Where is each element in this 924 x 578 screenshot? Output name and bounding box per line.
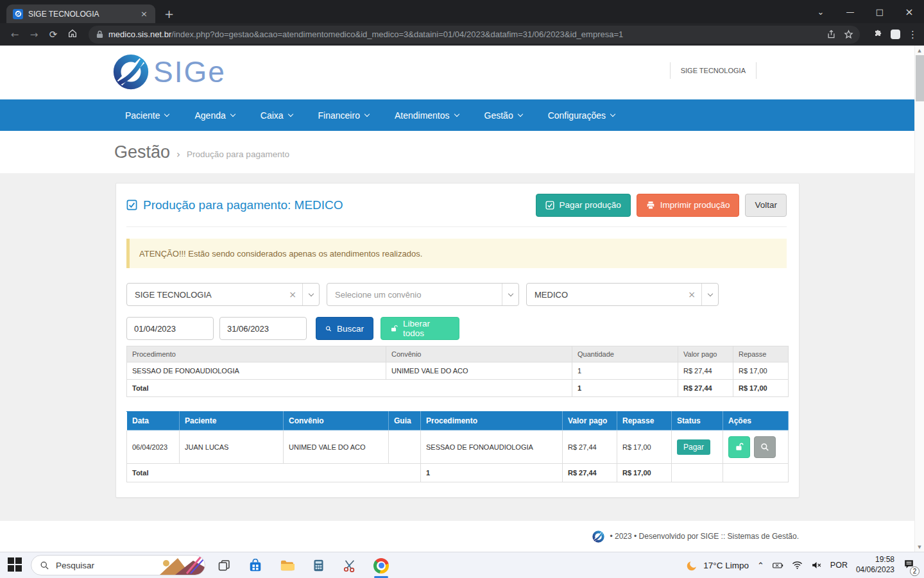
volume-muted-icon[interactable] [811, 561, 822, 570]
url-path: /index.php?do=gestao&acao=atendimentomed… [171, 30, 623, 39]
clear-icon[interactable]: × [283, 289, 302, 300]
tab-close-icon[interactable]: × [138, 9, 150, 19]
view-action-button[interactable] [754, 436, 776, 458]
calculator-icon[interactable] [310, 557, 327, 574]
col-status: Status [672, 412, 723, 430]
start-button[interactable] [8, 557, 23, 573]
close-window-button[interactable]: × [894, 0, 924, 23]
back-icon[interactable]: ← [6, 29, 23, 40]
clear-icon[interactable]: × [682, 289, 701, 300]
company-name: SIGE TECNOLOGIA [670, 62, 757, 79]
browser-menu-icon[interactable]: ⋮ [908, 29, 918, 40]
home-icon[interactable] [64, 28, 81, 40]
date-start-input[interactable] [126, 317, 214, 340]
clock[interactable]: 19:58 04/06/2023 [856, 555, 894, 575]
scroll-up-icon[interactable]: ▲ [915, 46, 924, 55]
production-panel: Produção para pagamento: MEDICO Pagar pr… [116, 183, 800, 498]
bookmark-star-icon[interactable] [844, 30, 853, 39]
date-end-input[interactable] [219, 317, 307, 340]
liberar-todos-button[interactable]: Liberar todos [381, 317, 459, 340]
taskbar-search[interactable]: Pesquisar [31, 555, 205, 575]
search-highlight-image[interactable] [153, 556, 205, 575]
file-explorer-icon[interactable] [278, 557, 295, 574]
hidden-icons-caret[interactable]: ⌃ [757, 561, 764, 570]
nav-item-configuracoes[interactable]: Configurações [548, 110, 615, 121]
main-area: Produção para pagamento: MEDICO Pagar pr… [0, 173, 914, 521]
detail-table: Data Paciente Convênio Guia Procedimento… [126, 411, 789, 482]
nav-item-gestao[interactable]: Gestão [484, 110, 522, 121]
sige-logo[interactable]: SIGe [111, 52, 226, 92]
scrollbar-thumb[interactable] [916, 55, 924, 101]
scrollbar[interactable]: ▲ ▼ [914, 46, 924, 552]
col-repasse: Repasse [617, 412, 672, 430]
active-app-indicator [374, 576, 388, 578]
scroll-down-icon[interactable]: ▼ [915, 542, 924, 552]
nav-item-paciente[interactable]: Paciente [125, 110, 169, 121]
chevron-down-icon [230, 112, 235, 117]
notification-count-badge: 2 [910, 566, 920, 576]
taskbar: Pesquisar [0, 552, 924, 578]
company-select[interactable]: SIGE TECNOLOGIA × [126, 283, 320, 306]
row-actions [728, 436, 783, 458]
reload-icon[interactable]: ⟳ [45, 29, 62, 40]
forward-icon[interactable]: → [26, 29, 42, 40]
screen: SIGE TECNOLOGIA × + ⌄ — □ × ← → ⟳ medico… [0, 0, 924, 578]
warning-alert: ATENÇÃO!!! Estão sendo considerados apen… [126, 239, 787, 268]
wifi-icon[interactable] [792, 561, 803, 570]
professional-select[interactable]: MEDICO × [526, 283, 719, 306]
browser-tabstrip: SIGE TECNOLOGIA × + ⌄ — □ × [0, 0, 924, 23]
pagar-producao-button[interactable]: Pagar produção [536, 194, 631, 217]
browser-tab[interactable]: SIGE TECNOLOGIA × [6, 4, 155, 23]
maximize-button[interactable]: □ [865, 0, 894, 23]
snipping-tool-icon[interactable] [341, 557, 358, 574]
url-text: medico.sis.net.br/index.php?do=gestao&ac… [108, 30, 819, 39]
url-bar[interactable]: medico.sis.net.br/index.php?do=gestao&ac… [89, 26, 860, 44]
chevron-down-icon [502, 284, 518, 305]
pagar-status-badge[interactable]: Pagar [677, 439, 710, 455]
nav-item-agenda[interactable]: Agenda [194, 110, 234, 121]
unlock-action-button[interactable] [728, 436, 750, 458]
chrome-icon[interactable] [373, 557, 389, 574]
weather-widget[interactable]: 17°C Limpo [686, 559, 749, 572]
col-guia: Guia [389, 412, 421, 430]
search-icon [325, 325, 332, 333]
col-valor-pago: Valor pago [563, 412, 617, 430]
page-footer: • 2023 • Desenvolvido por SIGE :: Sistem… [0, 521, 914, 552]
table-row: 06/04/2023 JUAN LUCAS UNIMED VALE DO ACO… [127, 430, 789, 464]
summary-row: SESSAO DE FONOAUDIOLOGIA UNIMED VALE DO … [127, 362, 789, 380]
window-controls: ⌄ — □ × [806, 0, 924, 23]
extensions-puzzle-icon[interactable] [873, 30, 883, 40]
footer-text: • 2023 • Desenvolvido por SIGE :: Sistem… [610, 532, 799, 541]
buscar-button[interactable]: Buscar [316, 317, 373, 340]
profile-avatar[interactable] [891, 30, 900, 39]
sige-logo-mark [111, 52, 151, 92]
share-icon[interactable] [826, 30, 836, 39]
unlock-icon [735, 442, 744, 452]
imprimir-producao-button[interactable]: Imprimir produção [637, 194, 740, 217]
new-tab-button[interactable]: + [164, 7, 174, 21]
chevron-down-icon [454, 112, 459, 117]
summary-total-row: Total 1 R$ 27,44 R$ 17,00 [127, 380, 789, 397]
nav-item-financeiro[interactable]: Financeiro [318, 110, 369, 121]
printer-icon [646, 201, 655, 210]
summary-table: Procedimento Convênio Quantidade Valor p… [126, 346, 789, 397]
breadcrumb-section: Gestão [114, 142, 170, 162]
page-content: SIGe SIGE TECNOLOGIA Paciente Agenda Cai… [0, 46, 914, 552]
minimize-button[interactable]: — [835, 0, 865, 23]
clock-time: 19:58 [856, 555, 894, 565]
notification-center[interactable]: 2 [903, 558, 915, 573]
tab-search-icon[interactable]: ⌄ [806, 0, 835, 23]
page-viewport: SIGe SIGE TECNOLOGIA Paciente Agenda Cai… [0, 46, 924, 552]
voltar-button[interactable]: Voltar [745, 194, 787, 217]
col-procedimento: Procedimento [127, 346, 386, 362]
col-paciente: Paciente [180, 412, 284, 430]
nav-item-caixa[interactable]: Caixa [261, 110, 293, 121]
language-indicator[interactable]: POR [830, 561, 848, 570]
convenio-select[interactable]: Selecione um convênio [327, 283, 519, 306]
microsoft-store-icon[interactable] [247, 557, 264, 574]
nav-item-atendimentos[interactable]: Atendimentos [395, 110, 459, 121]
breadcrumb-separator: › [176, 149, 180, 160]
battery-icon[interactable] [773, 561, 783, 570]
chevron-down-icon [517, 112, 522, 117]
task-view-icon[interactable] [216, 557, 232, 574]
